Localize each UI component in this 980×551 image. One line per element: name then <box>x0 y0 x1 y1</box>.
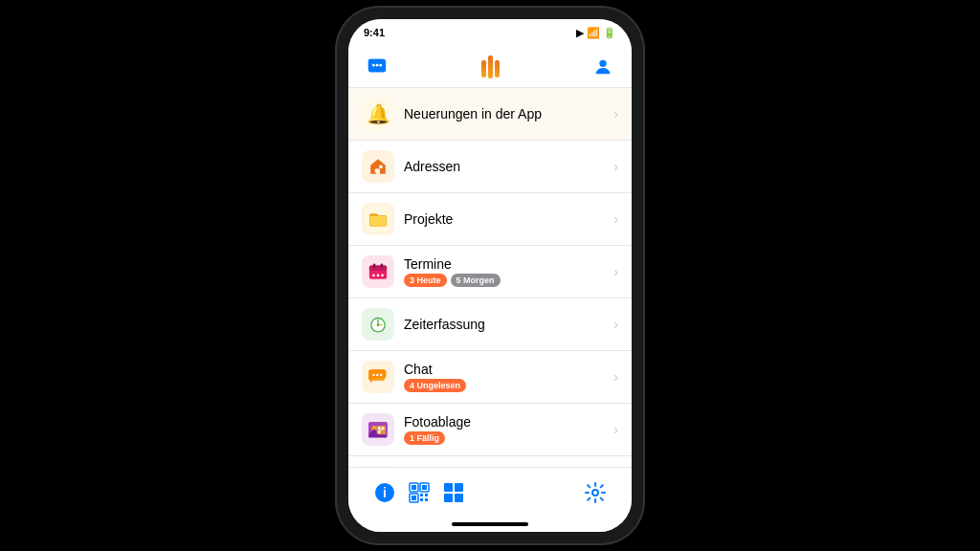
svg-point-2 <box>376 63 379 66</box>
svg-point-31 <box>380 374 383 377</box>
projekte-label: Projekte <box>404 211 608 227</box>
people-icon <box>362 466 394 467</box>
chat-icon <box>362 361 394 393</box>
adressen-label: Adressen <box>404 159 608 174</box>
svg-rect-37 <box>378 427 381 430</box>
qr-tab[interactable] <box>402 475 436 510</box>
svg-point-4 <box>599 59 606 66</box>
neuerungen-label: Neuerungen in der App <box>404 106 608 121</box>
phone-frame: 9:41 ▶ 📶 🔋 <box>337 8 643 543</box>
chevron-icon: › <box>613 211 618 227</box>
svg-rect-68 <box>455 494 463 502</box>
app-logo <box>481 55 500 78</box>
chevron-icon: › <box>613 422 618 437</box>
svg-point-29 <box>372 374 375 377</box>
svg-rect-7 <box>379 165 382 168</box>
svg-rect-40 <box>381 430 382 430</box>
svg-rect-61 <box>420 494 423 496</box>
chevron-icon: › <box>613 317 618 332</box>
menu-item-adressen[interactable]: Adressen › <box>348 141 632 193</box>
menu-scroll-area[interactable]: 🔔 Neuerungen in der App › <box>348 88 632 467</box>
top-nav <box>348 46 632 88</box>
fotoablage-label: Fotoablage <box>404 414 608 430</box>
menu-item-neuerungen[interactable]: 🔔 Neuerungen in der App › <box>348 88 632 141</box>
home-bar <box>452 522 528 526</box>
svg-rect-6 <box>375 169 378 173</box>
svg-rect-62 <box>425 494 428 496</box>
bottom-tab-bar: i <box>348 467 632 517</box>
chat-label: Chat <box>404 362 608 377</box>
svg-point-30 <box>376 374 379 377</box>
svg-rect-63 <box>420 498 423 501</box>
svg-rect-58 <box>422 485 427 490</box>
calendar-icon <box>362 255 394 288</box>
svg-text:i: i <box>383 485 387 500</box>
svg-rect-67 <box>444 494 453 502</box>
svg-point-3 <box>379 63 382 66</box>
status-icons: ▶ 📶 🔋 <box>576 27 616 39</box>
badge-fallig: 1 Fällig <box>404 431 445 445</box>
folder-icon <box>362 203 394 235</box>
svg-rect-15 <box>369 268 387 271</box>
svg-rect-38 <box>382 427 385 430</box>
svg-point-18 <box>381 275 384 277</box>
status-bar: 9:41 ▶ 📶 🔋 <box>348 19 632 46</box>
bell-icon: 🔔 <box>362 98 394 130</box>
profile-nav-icon[interactable] <box>590 54 616 80</box>
svg-point-1 <box>372 63 375 66</box>
chevron-icon: › <box>613 369 618 385</box>
badge-ungelesen: 4 Ungelesen <box>404 379 466 392</box>
menu-item-mitarbeiter[interactable]: Mitarbeiterübersicht › <box>348 456 632 467</box>
zeiterfassung-label: Zeiterfassung <box>404 317 608 332</box>
svg-rect-11 <box>370 216 387 226</box>
termine-label: Termine <box>404 256 608 272</box>
menu-item-zeiterfassung[interactable]: Zeiterfassung › <box>348 298 632 351</box>
badge-morgen: 5 Morgen <box>451 274 501 287</box>
home-indicator <box>348 517 632 532</box>
menu-item-chat[interactable]: Chat 4 Ungelesen › <box>348 351 632 404</box>
settings-tab[interactable] <box>578 475 612 510</box>
badge-heute: 3 Heute <box>404 274 447 287</box>
svg-rect-66 <box>455 483 463 492</box>
status-time: 9:41 <box>364 27 385 38</box>
menu-item-termine[interactable]: Termine 3 Heute 5 Morgen › <box>348 246 632 298</box>
chevron-icon: › <box>613 159 618 174</box>
house-icon <box>362 150 394 183</box>
svg-point-69 <box>592 490 598 496</box>
svg-point-26 <box>377 323 380 326</box>
menu-item-fotoablage[interactable]: Fotoablage 1 Fällig › <box>348 404 632 456</box>
svg-rect-20 <box>381 264 384 269</box>
photo-icon <box>362 413 394 446</box>
svg-rect-64 <box>425 498 428 501</box>
svg-rect-56 <box>412 485 416 490</box>
info-tab[interactable]: i <box>368 475 402 510</box>
clock-icon <box>362 308 394 341</box>
menu-item-projekte[interactable]: Projekte › <box>348 193 632 246</box>
message-nav-icon[interactable] <box>364 54 390 80</box>
menu-list: 🔔 Neuerungen in der App › <box>348 88 632 467</box>
svg-point-17 <box>377 275 380 277</box>
grid-tab[interactable] <box>436 475 471 510</box>
chevron-icon: › <box>613 264 618 279</box>
svg-rect-19 <box>373 264 376 269</box>
svg-rect-65 <box>444 483 453 492</box>
svg-point-16 <box>372 275 375 277</box>
svg-rect-39 <box>378 430 381 433</box>
svg-rect-60 <box>412 496 416 500</box>
chevron-icon: › <box>613 106 618 121</box>
phone-screen: 9:41 ▶ 📶 🔋 <box>348 19 632 532</box>
